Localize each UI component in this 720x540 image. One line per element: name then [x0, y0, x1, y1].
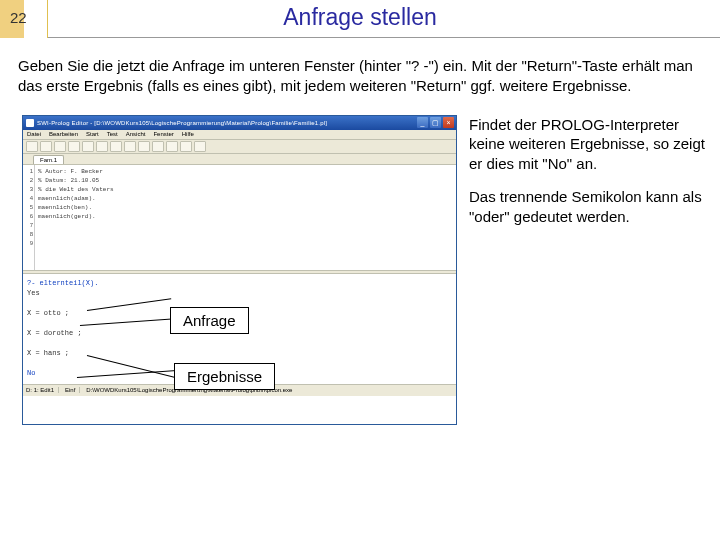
menu-item[interactable]: Datei: [27, 131, 41, 137]
maximize-button[interactable]: ▢: [430, 117, 441, 128]
app-icon: [26, 119, 34, 127]
toolbar-button[interactable]: [166, 141, 178, 152]
screenshot-container: SWI-Prolog Editor - [D:\WOWDKurs105\Logi…: [22, 115, 457, 425]
repl-query: ?- elternteil(X).: [27, 278, 452, 288]
line-numbers: 1 2 3 4 5 6 7 8 9: [23, 165, 35, 270]
menu-item[interactable]: Test: [107, 131, 118, 137]
close-button[interactable]: ×: [443, 117, 454, 128]
callout-ergebnisse: Ergebnisse: [174, 363, 275, 390]
page-number: 22: [10, 9, 27, 26]
callout-anfrage: Anfrage: [170, 307, 249, 334]
menu-item[interactable]: Hilfe: [182, 131, 194, 137]
menubar: Datei Bearbeiten Start Test Ansicht Fens…: [23, 130, 456, 140]
minimize-button[interactable]: _: [417, 117, 428, 128]
file-tab[interactable]: Fam.1: [33, 155, 64, 164]
intro-paragraph: Geben Sie die jetzt die Anfrage im unter…: [0, 38, 720, 109]
toolbar-button[interactable]: [68, 141, 80, 152]
toolbar-button[interactable]: [96, 141, 108, 152]
side-para-2: Das trennende Semikolon kann als "oder" …: [469, 187, 706, 226]
menu-item[interactable]: Fenster: [153, 131, 173, 137]
slide-header: 22 Anfrage stellen: [0, 0, 720, 38]
menu-item[interactable]: Ansicht: [126, 131, 146, 137]
status-mode: Einf: [65, 387, 80, 393]
slide-title: Anfrage stellen: [0, 4, 720, 31]
toolbar: [23, 140, 456, 154]
toolbar-button[interactable]: [40, 141, 52, 152]
toolbar-button[interactable]: [180, 141, 192, 152]
toolbar-button[interactable]: [152, 141, 164, 152]
toolbar-button[interactable]: [54, 141, 66, 152]
menu-item[interactable]: Start: [86, 131, 99, 137]
status-left: D: 1: Edit1: [26, 387, 59, 393]
window-title: SWI-Prolog Editor - [D:\WOWDKurs105\Logi…: [37, 120, 417, 126]
window-titlebar: SWI-Prolog Editor - [D:\WOWDKurs105\Logi…: [23, 116, 456, 130]
toolbar-button[interactable]: [138, 141, 150, 152]
toolbar-button[interactable]: [194, 141, 206, 152]
code-editor[interactable]: % Autor: F. Becker % Datum: 21.10.05 % d…: [35, 165, 456, 270]
menu-item[interactable]: Bearbeiten: [49, 131, 78, 137]
side-para-1: Findet der PROLOG-Interpreter keine weit…: [469, 115, 706, 174]
toolbar-button[interactable]: [82, 141, 94, 152]
toolbar-button[interactable]: [124, 141, 136, 152]
toolbar-button[interactable]: [110, 141, 122, 152]
tab-bar: Fam.1: [23, 154, 456, 165]
side-text: Findet der PROLOG-Interpreter keine weit…: [469, 115, 706, 425]
toolbar-button[interactable]: [26, 141, 38, 152]
